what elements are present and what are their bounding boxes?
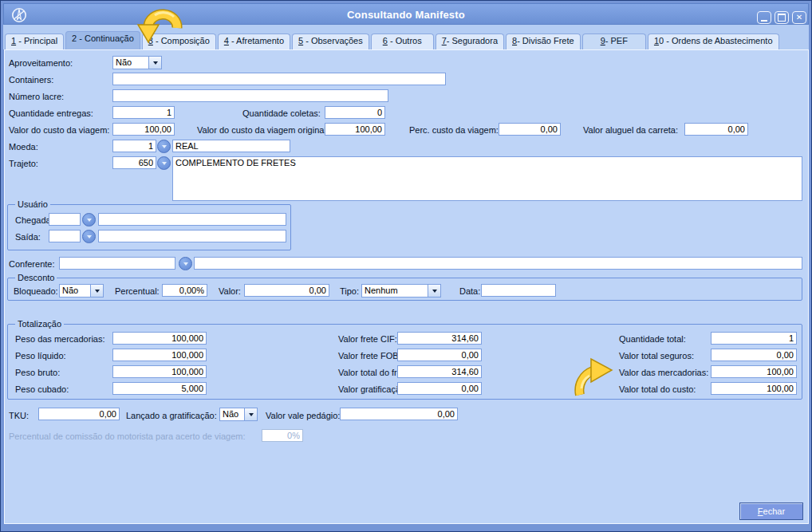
perc-custo-viagem-input[interactable] <box>499 123 561 136</box>
vale-pedagio-label: Valor vale pedágio: <box>266 411 340 420</box>
chevron-down-icon <box>162 162 167 165</box>
quantidade-total-input[interactable] <box>711 332 797 345</box>
valor-custo-viagem-label: Valor do custo da viagem: <box>9 125 109 135</box>
quantidade-entregas-label: Quantidade entregas: <box>9 108 93 118</box>
valor-aluguel-carreta-input[interactable] <box>684 123 748 136</box>
consultando-manifesto-window: Consultando Manifesto ✕ 1 - Principal 2 … <box>0 0 812 532</box>
quantidade-entregas-input[interactable] <box>112 106 175 119</box>
numero-lacre-input[interactable] <box>112 89 388 102</box>
usuario-groupbox <box>7 204 291 250</box>
tab-pef[interactable]: 9- PEF <box>582 33 646 50</box>
chevron-down-icon <box>87 219 92 222</box>
highlight-right-arrow-icon <box>574 353 620 400</box>
valor-frete-cif-label: Valor frete CIF: <box>338 334 397 344</box>
conferente-name-input[interactable] <box>194 257 802 270</box>
data-input[interactable] <box>481 284 556 297</box>
peso-mercadorias-label: Peso das mercadorias: <box>15 334 105 344</box>
valor-total-custo-label: Valor total do custo: <box>619 384 696 394</box>
valor-frete-fob-input[interactable] <box>397 349 482 361</box>
tab-seguradora[interactable]: 7- Seguradora <box>436 33 504 50</box>
peso-cubado-input[interactable] <box>112 382 207 395</box>
chegada-label: Chegada: <box>15 215 53 225</box>
peso-cubado-label: Peso cubado: <box>15 384 69 394</box>
comissao-motorista-label: Percentual de comissão do motorista para… <box>9 432 246 441</box>
tab-observacoes[interactable]: 5 - Observações <box>292 33 369 50</box>
chevron-down-icon[interactable] <box>90 285 103 297</box>
moeda-lookup-button[interactable] <box>157 140 171 153</box>
bloqueado-select[interactable]: Não <box>59 284 104 298</box>
lancado-gratificacao-select[interactable]: Não <box>219 408 258 421</box>
conferente-code-input[interactable] <box>59 257 175 270</box>
chevron-down-icon[interactable] <box>148 57 161 69</box>
comissao-motorista-input <box>262 429 303 442</box>
data-label: Data: <box>459 286 480 296</box>
chevron-down-icon <box>87 235 92 238</box>
valor-frete-fob-label: Valor frete FOB: <box>338 351 401 361</box>
chevron-down-icon <box>183 262 188 266</box>
tab-divisao-frete[interactable]: 8- Divisão Frete <box>506 33 581 50</box>
bloqueado-label: Bloqueado: <box>14 286 58 296</box>
vale-pedagio-input[interactable] <box>340 408 458 420</box>
conferente-lookup-button[interactable] <box>179 257 192 270</box>
saida-code-input[interactable] <box>49 230 81 242</box>
trajeto-description-textarea[interactable]: COMPLEMENTO DE FRETES <box>172 156 802 201</box>
desconto-valor-input[interactable] <box>244 284 329 297</box>
trajeto-lookup-button[interactable] <box>157 156 171 170</box>
chevron-down-icon[interactable] <box>244 408 257 420</box>
valor-aluguel-carreta-label: Valor aluguel da carreta: <box>583 125 678 135</box>
numero-lacre-label: Número lacre: <box>9 92 64 101</box>
valor-total-frete-input[interactable] <box>397 365 482 378</box>
peso-bruto-input[interactable] <box>112 365 207 378</box>
tab-principal[interactable]: 1 - Principal <box>5 33 64 50</box>
chegada-name-input[interactable] <box>98 213 286 226</box>
window-title: Consultando Manifesto <box>4 9 808 21</box>
perc-custo-viagem-label: Perc. custo da viagem: <box>409 125 499 135</box>
valor-total-custo-input[interactable] <box>711 382 797 395</box>
tipo-select[interactable]: Nenhum <box>361 284 441 298</box>
peso-liquido-label: Peso líquido: <box>15 351 66 361</box>
peso-bruto-label: Peso bruto: <box>15 368 60 377</box>
moeda-label: Moeda: <box>9 142 38 152</box>
minimize-button[interactable] <box>757 11 771 24</box>
quantidade-coletas-input[interactable] <box>325 106 385 119</box>
close-icon: ✕ <box>796 14 802 22</box>
quantidade-total-label: Quantidade total: <box>619 334 686 344</box>
maximize-button[interactable] <box>775 11 789 24</box>
saida-lookup-button[interactable] <box>82 230 96 243</box>
peso-mercadorias-input[interactable] <box>112 332 207 345</box>
valor-total-seguros-input[interactable] <box>711 349 797 361</box>
saida-label: Saída: <box>15 232 41 242</box>
minimize-icon <box>761 20 767 22</box>
tab-continuacao[interactable]: 2 - Continuação <box>65 31 140 50</box>
moeda-name-input[interactable] <box>172 140 290 152</box>
valor-das-mercadorias-input[interactable] <box>711 365 797 378</box>
close-button[interactable]: ✕ <box>792 11 806 24</box>
tku-input[interactable] <box>38 408 120 420</box>
totalizacao-group-label: Totalização <box>15 319 64 329</box>
valor-gratificacao-input[interactable] <box>397 382 482 395</box>
containers-input[interactable] <box>112 73 446 85</box>
chevron-down-icon <box>162 145 167 148</box>
fechar-button[interactable]: Fechar <box>739 502 803 520</box>
saida-name-input[interactable] <box>98 230 286 242</box>
valor-custo-viagem-input[interactable] <box>112 123 175 136</box>
tab-ordens-abastecimento[interactable]: 10 - Ordens de Abastecimento <box>648 33 779 50</box>
chegada-code-input[interactable] <box>49 213 81 226</box>
percentual-label: Percentual: <box>115 286 160 296</box>
valor-total-seguros-label: Valor total seguros: <box>619 351 694 361</box>
tab-outros[interactable]: 6 - Outros <box>371 33 434 50</box>
valor-frete-cif-input[interactable] <box>397 332 482 345</box>
tab-afretamento[interactable]: 4 - Afretamento <box>218 33 290 50</box>
aproveitamento-select[interactable]: Não <box>112 56 162 69</box>
valor-das-mercadorias-label: Valor das mercadorias: <box>619 368 708 377</box>
percentual-input[interactable] <box>162 284 207 297</box>
valor-custo-viagem-original-input[interactable] <box>325 123 385 136</box>
peso-liquido-input[interactable] <box>112 349 207 361</box>
chevron-down-icon[interactable] <box>428 285 440 297</box>
trajeto-code-input[interactable] <box>112 156 156 169</box>
chegada-lookup-button[interactable] <box>82 213 96 227</box>
lancado-gratificacao-label: Lançado a gratificação: <box>126 411 217 420</box>
moeda-code-input[interactable] <box>112 140 156 152</box>
desconto-group-label: Desconto <box>15 273 57 282</box>
quantidade-coletas-label: Quantidade coletas: <box>242 108 321 118</box>
